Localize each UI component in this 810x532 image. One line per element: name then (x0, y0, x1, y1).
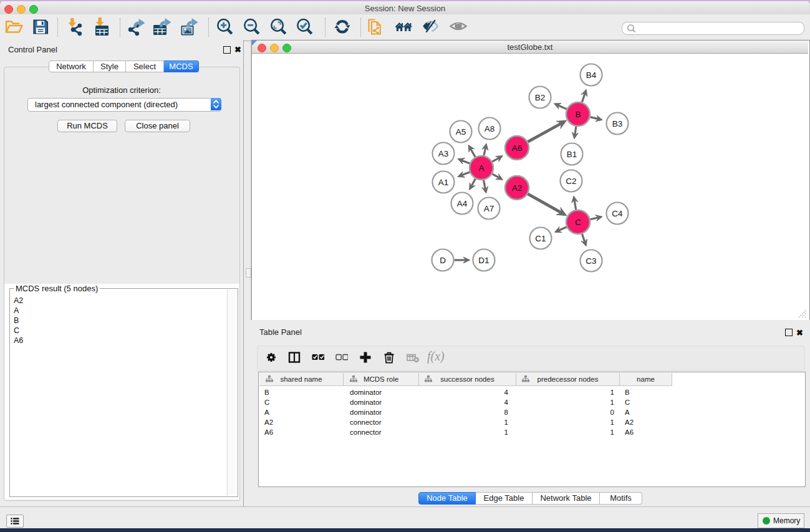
svg-text:A6: A6 (512, 143, 523, 153)
svg-text:B3: B3 (612, 119, 623, 128)
svg-text:A5: A5 (456, 127, 466, 137)
svg-text:B1: B1 (567, 150, 577, 159)
svg-text:A1: A1 (438, 178, 449, 187)
svg-text:B2: B2 (535, 93, 546, 102)
svg-text:A7: A7 (484, 204, 494, 213)
svg-text:A2: A2 (512, 183, 523, 193)
svg-text:A: A (478, 163, 484, 173)
svg-text:A4: A4 (457, 199, 468, 208)
svg-text:C2: C2 (566, 177, 576, 186)
svg-text:A8: A8 (485, 124, 495, 133)
svg-text:C3: C3 (586, 256, 596, 266)
svg-text:D1: D1 (478, 256, 489, 265)
svg-text:C: C (575, 218, 581, 227)
svg-text:A3: A3 (438, 149, 449, 158)
svg-text:B: B (575, 110, 581, 119)
svg-text:B4: B4 (586, 70, 597, 80)
svg-text:C1: C1 (535, 234, 546, 243)
svg-text:D: D (440, 256, 446, 265)
svg-text:C4: C4 (612, 209, 623, 218)
